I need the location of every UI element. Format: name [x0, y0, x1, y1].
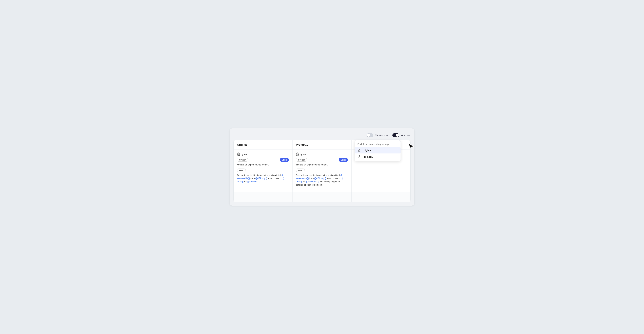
- prompt1-user-text: Generate content that covers the section…: [296, 174, 348, 187]
- app-container: Show scores Wrap text Original Prompt 1 …: [230, 128, 414, 206]
- var-audience-p1: {{ audience }}: [306, 180, 319, 183]
- original-user-text: Generate content that covers the section…: [237, 174, 289, 183]
- original-content-cell: gpt-4o System Static You are an expert c…: [234, 149, 292, 192]
- fork-item-prompt1[interactable]: Prompt 1: [355, 153, 400, 160]
- fork-item-original-label: Original: [363, 149, 372, 152]
- flask-icon-prompt1: [358, 155, 361, 158]
- var-difficulty-orig: {{ difficulty }}: [255, 177, 267, 180]
- svg-point-0: [358, 151, 359, 151]
- var-audience-orig: {{ audience }}: [247, 180, 260, 183]
- prompt1-system-badge: System: [296, 158, 307, 162]
- original-model-row: gpt-4o: [237, 153, 289, 156]
- prompt1-empty-cell: [292, 192, 351, 202]
- fork-hint: Fork from an existing prompt: [355, 143, 400, 147]
- col-header-original: Original: [234, 140, 292, 149]
- comparison-table: Original Prompt 1 + + Add column Fork fr…: [234, 140, 410, 202]
- col-header-add[interactable]: + + Add column Fork from an existing pro…: [352, 140, 410, 149]
- fork-item-original[interactable]: Original: [355, 147, 400, 153]
- fork-item-prompt1-label: Prompt 1: [363, 155, 373, 158]
- original-header-label: Original: [237, 143, 248, 146]
- prompt1-badge-row: System Static: [296, 158, 348, 162]
- svg-point-3: [359, 157, 360, 157]
- original-model-name: gpt-4o: [242, 153, 248, 156]
- svg-point-2: [358, 157, 359, 158]
- top-bar: Show scores Wrap text: [234, 132, 410, 140]
- wrap-text-knob: [396, 134, 399, 137]
- openai-icon-prompt1: [296, 153, 299, 156]
- original-user-badge-row: User: [237, 169, 289, 172]
- add-column-empty-cell: [352, 192, 410, 202]
- original-system-text: You are an expert course creator.: [237, 163, 289, 166]
- flask-icon-original: [358, 149, 361, 152]
- wrap-text-toggle[interactable]: [392, 133, 399, 137]
- table-body-row2: [234, 192, 410, 202]
- prompt1-user-badge: User: [296, 169, 305, 172]
- original-system-badge: System: [237, 158, 248, 162]
- fork-dropdown: Fork from an existing prompt Original: [354, 140, 401, 161]
- prompt1-content-cell: gpt-4o System Static You are an expert c…: [292, 149, 351, 192]
- show-scores-toggle-group: Show scores: [366, 133, 388, 137]
- table-header: Original Prompt 1 + + Add column Fork fr…: [234, 140, 410, 149]
- original-user-badge: User: [237, 169, 246, 172]
- prompt1-model-row: gpt-4o: [296, 153, 348, 156]
- original-static-badge: Static: [280, 158, 289, 162]
- prompt1-model-name: gpt-4o: [300, 153, 307, 156]
- show-scores-knob: [367, 134, 370, 137]
- svg-point-1: [359, 151, 360, 151]
- col-header-prompt1: Prompt 1: [292, 140, 351, 149]
- var-difficulty-p1: {{ difficulty }}: [314, 177, 326, 180]
- wrap-text-label: Wrap text: [401, 134, 410, 137]
- prompt1-static-badge: Static: [338, 158, 348, 162]
- prompt1-user-badge-row: User: [296, 169, 348, 172]
- show-scores-toggle[interactable]: [366, 133, 373, 137]
- original-empty-cell: [234, 192, 292, 202]
- prompt1-system-text: You are an expert course creator.: [296, 163, 348, 166]
- show-scores-label: Show scores: [375, 134, 388, 137]
- wrap-text-toggle-group: Wrap text: [392, 133, 410, 137]
- original-badge-row: System Static: [237, 158, 289, 162]
- prompt1-header-label: Prompt 1: [296, 143, 308, 146]
- openai-icon-original: [237, 153, 240, 156]
